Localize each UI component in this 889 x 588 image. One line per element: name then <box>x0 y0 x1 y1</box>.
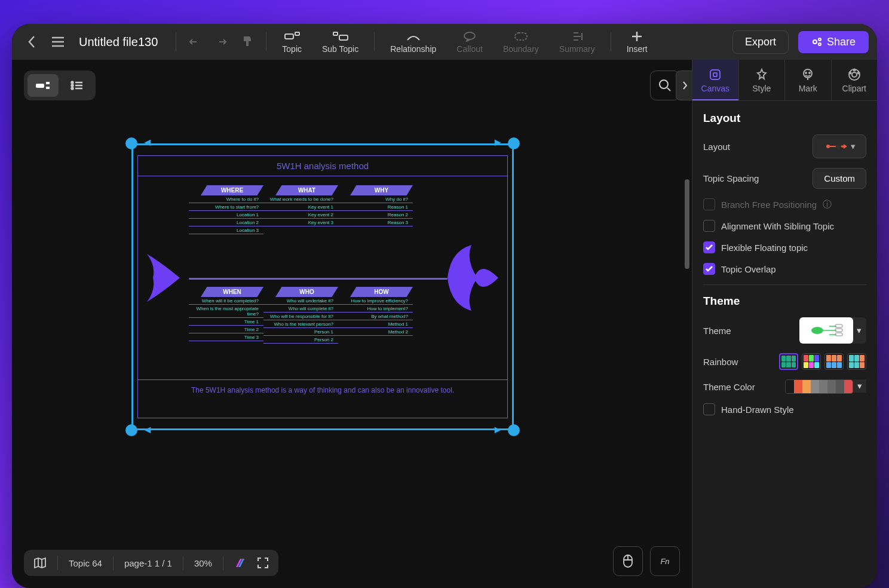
format-painter-button[interactable] <box>236 30 259 53</box>
subtopic-tool[interactable]: Sub Topic <box>314 27 367 56</box>
fish-tail-icon <box>144 251 189 305</box>
svg-point-8 <box>819 43 821 45</box>
alignment-row[interactable]: Alignment With Sibling Topic <box>703 220 866 232</box>
bone-how: HOWHow to improve efficiency?How to impl… <box>338 287 413 336</box>
svg-rect-11 <box>46 87 50 89</box>
fullscreen-icon[interactable] <box>257 557 269 569</box>
resize-handle-bl[interactable] <box>125 424 137 436</box>
mindmap-view-button[interactable] <box>27 74 59 97</box>
canvas-area[interactable]: ◄ ► ◄ ► 5W1H analysis method WHEREWhere … <box>12 60 692 588</box>
divider <box>374 32 375 51</box>
diagram-footer: The 5W1H analysis method is a way of thi… <box>138 379 507 400</box>
tool-label: Summary <box>559 44 595 54</box>
topic-tool[interactable]: Topic <box>274 27 310 56</box>
tab-style[interactable]: Style <box>738 60 785 100</box>
outline-view-button[interactable] <box>61 74 92 97</box>
top-toolbar: Untitled file130 Topic Sub Topic Relatio… <box>12 24 877 60</box>
tool-label: Sub Topic <box>322 44 358 54</box>
menu-button[interactable] <box>47 30 69 53</box>
summary-tool: Summary <box>551 27 603 56</box>
fishbone-diagram: 5W1H analysis method WHEREWhere to do it… <box>137 155 508 418</box>
layout-label: Layout <box>703 142 730 152</box>
undo-button[interactable] <box>183 30 206 53</box>
svg-rect-3 <box>339 35 348 40</box>
svg-point-27 <box>826 145 830 148</box>
help-icon[interactable]: ⓘ <box>823 199 832 210</box>
svg-point-14 <box>72 88 73 90</box>
svg-point-21 <box>809 72 810 74</box>
svg-point-15 <box>660 80 668 88</box>
share-button[interactable]: Share <box>798 31 869 53</box>
svg-point-7 <box>819 38 821 41</box>
overlap-row[interactable]: Topic Overlap <box>703 263 866 275</box>
fish-spine <box>189 278 447 280</box>
rainbow-opt-2[interactable] <box>802 353 821 370</box>
handdrawn-row[interactable]: Hand-Drawn Style <box>703 403 866 415</box>
resize-handle-tr[interactable] <box>508 137 520 149</box>
theme-color-strip[interactable] <box>785 379 853 394</box>
status-bar: Topic 64 page-1 1 / 1 30% <box>24 550 278 576</box>
zoom-level[interactable]: 30% <box>194 558 212 568</box>
diagram-selection[interactable]: ◄ ► ◄ ► 5W1H analysis method WHEREWhere … <box>131 143 514 430</box>
tool-label: Topic <box>282 44 302 54</box>
callout-tool: Callout <box>448 27 491 56</box>
rainbow-label: Rainbow <box>703 357 738 367</box>
tab-mark[interactable]: Mark <box>784 60 831 100</box>
diagram-title: 5W1H analysis method <box>138 156 507 176</box>
page-indicator[interactable]: page-1 1 / 1 <box>124 558 172 568</box>
branch-free-row: Branch Free Positioning ⓘ <box>703 198 866 210</box>
svg-point-29 <box>811 327 823 334</box>
theme-color-label: Theme Color <box>703 382 755 392</box>
resize-handle-br[interactable] <box>508 424 520 436</box>
side-content: Layout Layout ▾ Topic Spacing Custom Bra… <box>692 101 877 436</box>
spacing-button[interactable]: Custom <box>813 168 866 189</box>
collapse-panel-button[interactable] <box>676 71 692 100</box>
svg-rect-10 <box>46 82 50 84</box>
side-panel: Canvas Style Mark Clipart Layout Layout … <box>692 60 877 588</box>
back-button[interactable] <box>20 30 43 53</box>
boundary-tool: Boundary <box>495 27 547 56</box>
bone-what: WHATWhat work needs to be done?Key event… <box>263 185 338 226</box>
view-toggle <box>24 71 96 100</box>
tab-clipart[interactable]: Clipart <box>831 60 878 100</box>
color-dropdown[interactable]: ▾ <box>853 379 866 393</box>
rainbow-opt-4[interactable] <box>847 353 866 370</box>
alignment-checkbox[interactable] <box>703 220 715 232</box>
resize-handle-tl[interactable] <box>125 137 137 149</box>
theme-label: Theme <box>703 326 731 336</box>
file-title[interactable]: Untitled file130 <box>73 35 164 49</box>
mouse-mode-button[interactable] <box>613 546 643 576</box>
theme-selector[interactable] <box>799 317 853 344</box>
side-tabs: Canvas Style Mark Clipart <box>692 60 877 101</box>
rainbow-opt-3[interactable] <box>824 353 844 370</box>
flexible-row[interactable]: Flexible Floating topic <box>703 241 866 253</box>
divider <box>176 32 176 51</box>
relationship-tool[interactable]: Relationship <box>382 27 444 56</box>
redo-button[interactable] <box>210 30 232 53</box>
main-area: ◄ ► ◄ ► 5W1H analysis method WHEREWhere … <box>12 60 877 588</box>
tab-canvas[interactable]: Canvas <box>692 60 738 100</box>
arrow-icon: ► <box>492 136 503 149</box>
color-mode-icon[interactable] <box>234 557 246 569</box>
svg-point-25 <box>857 72 859 74</box>
insert-tool[interactable]: Insert <box>618 27 656 56</box>
svg-rect-5 <box>515 33 527 40</box>
layout-selector[interactable]: ▾ <box>813 134 866 158</box>
arrow-icon: ► <box>492 424 503 436</box>
rainbow-opt-1[interactable] <box>779 353 798 370</box>
flexible-checkbox[interactable] <box>703 241 715 253</box>
function-button[interactable]: Fn <box>650 546 680 576</box>
theme-dropdown[interactable]: ▾ <box>852 317 866 344</box>
overlap-checkbox[interactable] <box>703 263 715 275</box>
map-icon[interactable] <box>33 557 47 569</box>
arrow-icon: ◄ <box>142 136 153 149</box>
export-button[interactable]: Export <box>732 30 789 54</box>
scrollbar[interactable] <box>685 179 689 269</box>
share-label: Share <box>827 36 856 48</box>
svg-rect-9 <box>36 84 44 88</box>
svg-point-24 <box>853 69 855 71</box>
bone-when: WHENWhen will it be completed?When is th… <box>189 287 263 341</box>
handdrawn-checkbox[interactable] <box>703 403 715 415</box>
theme-section-title: Theme <box>703 295 866 308</box>
app-window: Untitled file130 Topic Sub Topic Relatio… <box>12 24 877 588</box>
